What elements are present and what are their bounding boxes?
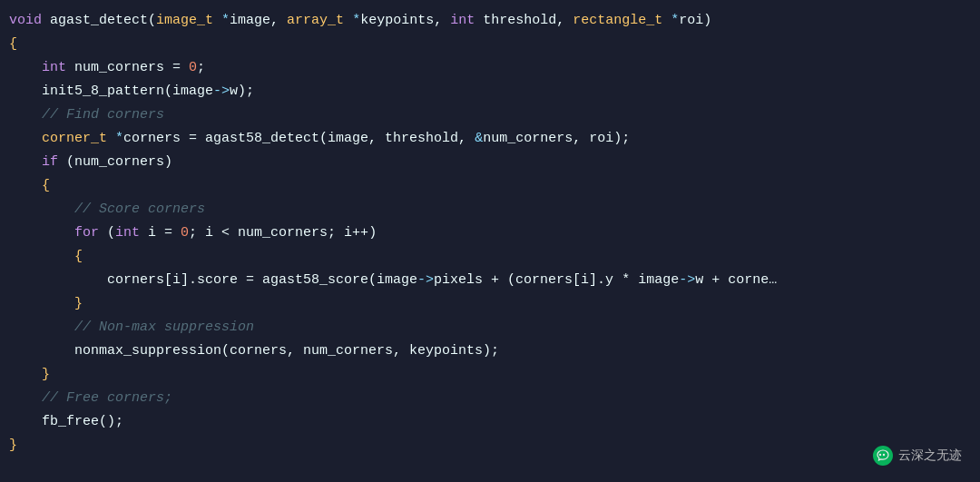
code-token: num_corners = (66, 57, 189, 79)
watermark-text: 云深之无迹 (898, 448, 962, 464)
code-token: // Find corners (42, 104, 164, 126)
code-token: * (107, 128, 123, 150)
code-line: corner_t *corners = agast58_detect(image… (0, 127, 980, 151)
code-line: { (0, 245, 980, 269)
code-line: } (0, 363, 980, 387)
code-token: image_t (156, 10, 213, 32)
code-token (9, 199, 74, 221)
code-line: int num_corners = 0; (0, 56, 980, 80)
code-token: { (42, 175, 50, 197)
code-token: roi (679, 10, 703, 32)
code-token: // Non-max suppression (74, 317, 254, 339)
code-token: // Score corners (74, 199, 205, 221)
wechat-icon (873, 446, 893, 466)
code-token: i = (140, 222, 181, 244)
code-token: ) (703, 10, 711, 32)
code-token: rectangle_t (573, 10, 662, 32)
code-token: * (213, 10, 230, 32)
code-token (9, 128, 42, 150)
code-token: * (662, 10, 679, 32)
code-token: -> (417, 270, 434, 291)
code-token (9, 246, 74, 268)
svg-point-0 (879, 454, 881, 456)
code-line: // Free corners; (0, 387, 980, 410)
code-line: void agast_detect(image_t *image, array_… (0, 9, 980, 33)
code-line: } (0, 292, 980, 316)
code-editor: void agast_detect(image_t *image, array_… (0, 0, 980, 482)
code-token: (num_corners) (58, 152, 172, 173)
code-line: init5_8_pattern(image->w); (0, 80, 980, 103)
code-line: if (num_corners) (0, 151, 980, 174)
code-token: } (74, 293, 83, 315)
code-token (9, 152, 42, 173)
code-token: ( (99, 222, 115, 244)
code-token (9, 104, 42, 126)
code-token: -> (213, 81, 230, 103)
code-token: corners[i].score = agast58_score(image (9, 270, 417, 291)
code-token: 0 (189, 57, 197, 79)
code-token (9, 317, 74, 339)
code-token: for (74, 222, 99, 244)
svg-point-1 (883, 454, 885, 456)
code-token: keypoints (360, 10, 434, 32)
code-token: int (450, 10, 475, 32)
code-token: int (115, 222, 140, 244)
code-token: array_t (287, 10, 344, 32)
code-line: { (0, 174, 980, 198)
code-token: fb_free(); (9, 411, 123, 433)
code-line: corners[i].score = agast58_score(image->… (0, 269, 980, 292)
code-token: ; i < num_corners; i++) (189, 222, 377, 244)
code-token: void (9, 10, 42, 32)
code-line: // Find corners (0, 103, 980, 127)
code-token: int (42, 57, 66, 79)
code-token: } (42, 364, 50, 386)
watermark: 云深之无迹 (873, 446, 962, 466)
code-content: void agast_detect(image_t *image, array_… (0, 9, 980, 457)
code-line: for (int i = 0; i < num_corners; i++) (0, 221, 980, 245)
code-line: // Non-max suppression (0, 316, 980, 339)
code-token: corners = agast58_detect(image, threshol… (123, 128, 475, 150)
code-token: } (9, 435, 17, 457)
code-token: agast_detect( (42, 10, 156, 32)
code-token: w); (230, 81, 254, 103)
code-token: & (475, 128, 483, 150)
code-token: , (270, 10, 287, 32)
code-token (9, 364, 42, 386)
code-token: , (434, 10, 450, 32)
code-token (9, 293, 74, 315)
code-token: if (42, 152, 58, 173)
code-token: { (9, 34, 17, 55)
code-token: threshold, (475, 10, 573, 32)
code-token: nonmax_suppression(corners, num_corners,… (9, 340, 499, 362)
code-token: image (230, 10, 270, 32)
code-token (9, 57, 42, 79)
code-token (9, 388, 42, 409)
code-token (9, 222, 74, 244)
code-line: fb_free(); (0, 410, 980, 434)
code-token: num_corners, roi); (483, 128, 630, 150)
code-line: } (0, 434, 980, 457)
code-token: 0 (181, 222, 189, 244)
code-token: ; (197, 57, 205, 79)
code-line: nonmax_suppression(corners, num_corners,… (0, 339, 980, 363)
code-line: // Score corners (0, 198, 980, 221)
code-token: corner_t (42, 128, 107, 150)
code-token: // Free corners; (42, 388, 172, 409)
code-token: { (74, 246, 83, 268)
code-line: { (0, 33, 980, 56)
code-token: pixels + (corners[i].y * image (434, 270, 679, 291)
code-token: * (344, 10, 360, 32)
code-token: init5_8_pattern(image (9, 81, 213, 103)
code-token: w + corne… (695, 270, 777, 291)
code-token: -> (679, 270, 695, 291)
code-token (9, 175, 42, 197)
